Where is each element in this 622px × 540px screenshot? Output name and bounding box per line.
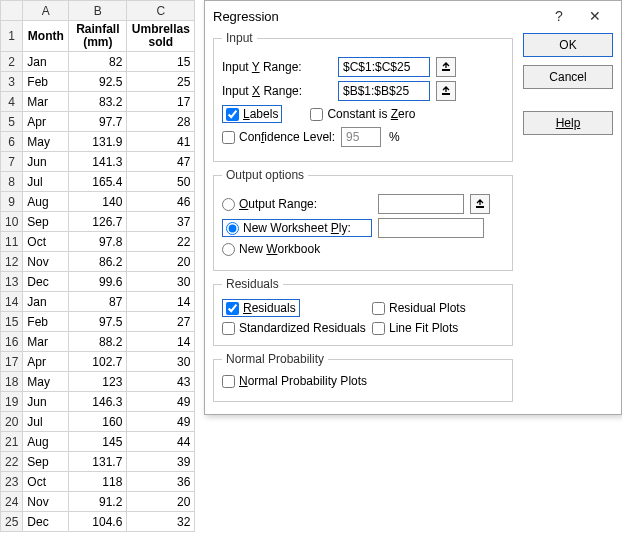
- cell-month[interactable]: Aug: [23, 192, 69, 212]
- cell-month[interactable]: Mar: [23, 92, 69, 112]
- cell-umbrellas[interactable]: 30: [127, 272, 195, 292]
- cell-umbrellas[interactable]: 39: [127, 452, 195, 472]
- col-header-B[interactable]: B: [69, 1, 127, 21]
- row-header[interactable]: 13: [1, 272, 23, 292]
- new-worksheet-ply-radio[interactable]: New Worksheet Ply:: [226, 221, 368, 235]
- x-range-input[interactable]: [338, 81, 430, 101]
- cell-umbrellas[interactable]: 25: [127, 72, 195, 92]
- cell-month[interactable]: May: [23, 132, 69, 152]
- cell-month[interactable]: Sep: [23, 212, 69, 232]
- cell-rainfall[interactable]: 123: [69, 372, 127, 392]
- cell-rainfall[interactable]: 97.5: [69, 312, 127, 332]
- cell-rainfall[interactable]: 146.3: [69, 392, 127, 412]
- cell-month[interactable]: Apr: [23, 352, 69, 372]
- dialog-titlebar[interactable]: Regression ? ✕: [205, 1, 621, 31]
- row-header[interactable]: 20: [1, 412, 23, 432]
- line-fit-plots-checkbox[interactable]: Line Fit Plots: [372, 321, 492, 335]
- cell-month[interactable]: Nov: [23, 492, 69, 512]
- cell-month[interactable]: Nov: [23, 252, 69, 272]
- cell-month[interactable]: Feb: [23, 72, 69, 92]
- cell-month[interactable]: Apr: [23, 112, 69, 132]
- cell-umbrellas[interactable]: 30: [127, 352, 195, 372]
- cell-umbrellas[interactable]: 49: [127, 412, 195, 432]
- cell-rainfall[interactable]: 131.9: [69, 132, 127, 152]
- collapse-icon[interactable]: [436, 57, 456, 77]
- cell-rainfall[interactable]: 99.6: [69, 272, 127, 292]
- cell-rainfall[interactable]: 140: [69, 192, 127, 212]
- select-all-corner[interactable]: [1, 1, 23, 21]
- row-header[interactable]: 24: [1, 492, 23, 512]
- cell-rainfall[interactable]: 97.8: [69, 232, 127, 252]
- confidence-level-checkbox[interactable]: Confidence Level:: [222, 130, 335, 144]
- cell-umbrellas[interactable]: 36: [127, 472, 195, 492]
- cell-month[interactable]: Oct: [23, 472, 69, 492]
- cell-umbrellas[interactable]: 15: [127, 52, 195, 72]
- row-header[interactable]: 4: [1, 92, 23, 112]
- col-header-C[interactable]: C: [127, 1, 195, 21]
- close-icon[interactable]: ✕: [577, 2, 613, 30]
- row-header[interactable]: 2: [1, 52, 23, 72]
- row-header[interactable]: 5: [1, 112, 23, 132]
- cell-umbrellas[interactable]: 17: [127, 92, 195, 112]
- row-header[interactable]: 16: [1, 332, 23, 352]
- confidence-level-input[interactable]: [341, 127, 381, 147]
- row-header[interactable]: 14: [1, 292, 23, 312]
- new-worksheet-ply-input[interactable]: [378, 218, 484, 238]
- row-header[interactable]: 12: [1, 252, 23, 272]
- cell-month[interactable]: Oct: [23, 232, 69, 252]
- cell-rainfall[interactable]: 104.6: [69, 512, 127, 532]
- cell-umbrellas[interactable]: 14: [127, 292, 195, 312]
- standardized-residuals-checkbox[interactable]: Standardized Residuals: [222, 321, 372, 335]
- cell-umbrellas[interactable]: 43: [127, 372, 195, 392]
- cell-umbrellas[interactable]: 20: [127, 252, 195, 272]
- cell-month[interactable]: Dec: [23, 272, 69, 292]
- cell-month[interactable]: Jun: [23, 152, 69, 172]
- cell-month[interactable]: Aug: [23, 432, 69, 452]
- row-header[interactable]: 6: [1, 132, 23, 152]
- cell-month[interactable]: Jun: [23, 392, 69, 412]
- residuals-checkbox[interactable]: Residuals: [226, 301, 296, 315]
- cell-month[interactable]: Feb: [23, 312, 69, 332]
- cell-rainfall[interactable]: 97.7: [69, 112, 127, 132]
- row-header[interactable]: 25: [1, 512, 23, 532]
- cell-rainfall[interactable]: 145: [69, 432, 127, 452]
- row-header[interactable]: 18: [1, 372, 23, 392]
- cell-umbrellas[interactable]: 49: [127, 392, 195, 412]
- row-header[interactable]: 23: [1, 472, 23, 492]
- cell-umbrellas[interactable]: 37: [127, 212, 195, 232]
- row-header[interactable]: 22: [1, 452, 23, 472]
- help-icon[interactable]: ?: [541, 2, 577, 30]
- residual-plots-checkbox[interactable]: Residual Plots: [372, 299, 492, 317]
- ok-button[interactable]: OK: [523, 33, 613, 57]
- row-header[interactable]: 10: [1, 212, 23, 232]
- col-header-A[interactable]: A: [23, 1, 69, 21]
- cell-rainfall[interactable]: 118: [69, 472, 127, 492]
- cell-umbrellas[interactable]: 27: [127, 312, 195, 332]
- row-header[interactable]: 1: [1, 21, 23, 52]
- output-range-radio[interactable]: Output Range:: [222, 197, 372, 211]
- constant-zero-checkbox[interactable]: Constant is Zero: [310, 107, 415, 121]
- collapse-icon[interactable]: [470, 194, 490, 214]
- cell-rainfall[interactable]: 86.2: [69, 252, 127, 272]
- cell-rainfall[interactable]: 92.5: [69, 72, 127, 92]
- cell-rainfall[interactable]: 87: [69, 292, 127, 312]
- cell-umbrellas[interactable]: 47: [127, 152, 195, 172]
- cell-umbrellas[interactable]: 50: [127, 172, 195, 192]
- cell-month[interactable]: Dec: [23, 512, 69, 532]
- row-header[interactable]: 9: [1, 192, 23, 212]
- row-header[interactable]: 21: [1, 432, 23, 452]
- collapse-icon[interactable]: [436, 81, 456, 101]
- cell-umbrellas[interactable]: 41: [127, 132, 195, 152]
- row-header[interactable]: 11: [1, 232, 23, 252]
- cell-umbrellas[interactable]: 22: [127, 232, 195, 252]
- cell-month[interactable]: Jan: [23, 292, 69, 312]
- cell-month[interactable]: Jul: [23, 172, 69, 192]
- cell-month[interactable]: Jul: [23, 412, 69, 432]
- row-header[interactable]: 3: [1, 72, 23, 92]
- cell-umbrellas[interactable]: 20: [127, 492, 195, 512]
- row-header[interactable]: 19: [1, 392, 23, 412]
- cell-rainfall[interactable]: 88.2: [69, 332, 127, 352]
- cell-umbrellas[interactable]: 28: [127, 112, 195, 132]
- cell-umbrellas[interactable]: 14: [127, 332, 195, 352]
- normal-probability-plots-checkbox[interactable]: Normal Probability Plots: [222, 374, 367, 388]
